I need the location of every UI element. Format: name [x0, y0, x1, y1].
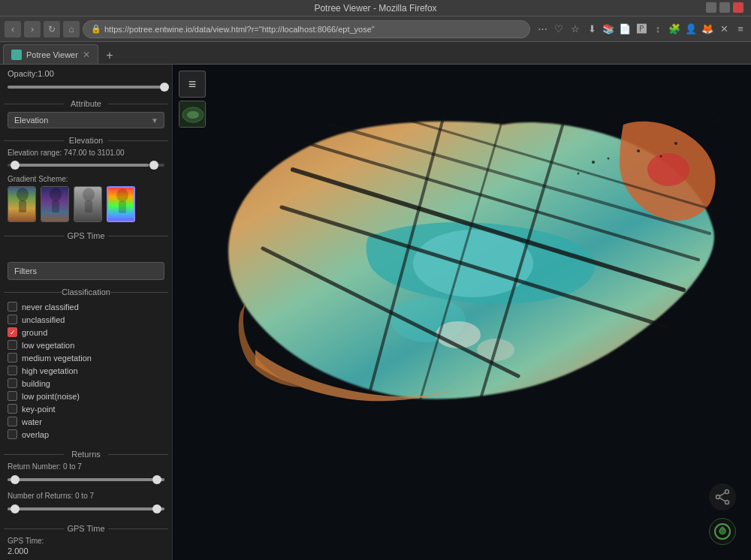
checkbox-unclassified[interactable]: [8, 315, 17, 324]
checkbox-ground[interactable]: [8, 327, 17, 337]
svg-point-37: [728, 128, 729, 129]
checkbox-key-point[interactable]: [8, 404, 17, 414]
svg-rect-2: [19, 200, 26, 212]
forward-button[interactable]: ›: [24, 21, 41, 38]
terrain-visualization: [173, 65, 751, 560]
classification-item-ground: ground: [8, 326, 164, 339]
checkbox-low-point[interactable]: [8, 391, 17, 401]
number-of-returns-thumb-right[interactable]: [152, 504, 161, 513]
checkbox-water[interactable]: [8, 417, 17, 426]
gradient-thumb-2[interactable]: [41, 186, 69, 222]
svg-point-25: [660, 155, 662, 158]
home-button[interactable]: ⌂: [63, 21, 80, 38]
label-unclassified: unclassified: [22, 315, 65, 324]
opacity-slider[interactable]: [8, 81, 164, 93]
label-low-point: low point(noise): [22, 392, 80, 401]
gradient-schemes: [8, 186, 164, 222]
return-number-slider[interactable]: [8, 474, 164, 486]
elevation-slider[interactable]: [8, 160, 164, 170]
svg-line-42: [719, 492, 725, 496]
refresh-button[interactable]: ↻: [44, 21, 60, 38]
browser-toolbar: ‹ › ↻ ⌂ 🔒 https://potree.entwine.io/data…: [0, 17, 751, 42]
checkbox-low-vegetation[interactable]: [8, 340, 17, 350]
toolbar-right-icons: ⋯ ♡ ☆ ⬇ 📚 📄 🅿 ↕ 🧩 👤 🦊 ✕ ≡: [536, 23, 746, 35]
reader-icon[interactable]: 📄: [619, 23, 631, 35]
return-number-thumb-right[interactable]: [152, 475, 161, 484]
gradient-thumb-4[interactable]: [107, 186, 135, 222]
svg-point-26: [674, 142, 677, 145]
svg-rect-5: [52, 200, 59, 212]
heart-icon[interactable]: ♡: [553, 23, 565, 35]
opacity-fill: [8, 86, 164, 89]
svg-point-39: [725, 490, 729, 494]
browser-titlebar: Potree Viewer - Mozilla Firefox: [0, 0, 751, 17]
app-area: Opacity:1.00 Attribute Elevation RGB Int…: [0, 65, 751, 560]
bottom-right-icons: [709, 483, 736, 545]
menu-icon[interactable]: ≡: [734, 23, 746, 35]
returns-header: Returns: [0, 447, 172, 461]
returns-section: Return Number: 0 to 7 Number of Returns:…: [0, 461, 172, 521]
number-of-returns-thumb-left[interactable]: [11, 504, 20, 513]
svg-point-14: [187, 111, 199, 119]
svg-point-28: [697, 129, 700, 132]
checkbox-overlap[interactable]: [8, 429, 17, 439]
elevation-range-label: Elevation range: 747.00 to 3101.00: [8, 149, 164, 157]
checkbox-medium-vegetation[interactable]: [8, 353, 17, 363]
label-medium-vegetation: medium vegetation: [22, 354, 92, 363]
attribute-select[interactable]: Elevation RGB Intensity Classification R…: [8, 112, 164, 128]
compass-button[interactable]: [179, 101, 206, 128]
svg-rect-8: [85, 200, 92, 212]
gps-top-section: [0, 242, 172, 257]
pocket-icon[interactable]: 🅿: [635, 23, 647, 35]
close-icon[interactable]: [733, 2, 743, 13]
firefox-icon[interactable]: 🦊: [701, 23, 713, 35]
sync-icon[interactable]: ↕: [652, 23, 664, 35]
classification-item-never-classified: never classified: [8, 300, 164, 313]
number-of-returns-slider[interactable]: [8, 503, 164, 515]
opacity-thumb[interactable]: [160, 83, 169, 92]
share-icon[interactable]: [709, 483, 736, 510]
svg-point-21: [592, 161, 595, 164]
potree-icon[interactable]: [709, 518, 736, 545]
extensions-icon[interactable]: 🧩: [668, 23, 680, 35]
account-icon[interactable]: 👤: [685, 23, 697, 35]
label-water: water: [22, 417, 42, 426]
back-button[interactable]: ‹: [5, 21, 21, 38]
new-tab-button[interactable]: +: [101, 47, 118, 64]
svg-point-30: [716, 119, 719, 122]
bookmarks-icon[interactable]: ⋯: [536, 23, 548, 35]
checkbox-high-vegetation[interactable]: [8, 366, 17, 375]
label-high-vegetation: high vegetation: [22, 366, 78, 375]
tab-bar: Potree Viewer ✕ +: [0, 42, 751, 65]
minimize-icon[interactable]: [706, 2, 716, 13]
return-number-thumb-left[interactable]: [11, 475, 20, 484]
elevation-thumb-left[interactable]: [11, 161, 20, 170]
checkbox-building[interactable]: [8, 378, 17, 388]
tab-close-btn[interactable]: ✕: [83, 50, 90, 60]
main-viewport[interactable]: ≡: [173, 65, 751, 560]
address-bar[interactable]: 🔒 https://potree.entwine.io/data/view.ht…: [83, 20, 530, 38]
gradient-thumb-1[interactable]: [8, 186, 36, 222]
tab-favicon: [11, 50, 22, 60]
svg-point-36: [724, 122, 726, 125]
svg-point-24: [637, 149, 640, 152]
svg-point-1: [17, 188, 29, 201]
svg-point-7: [83, 188, 95, 201]
tab-potree-viewer[interactable]: Potree Viewer ✕: [3, 44, 98, 64]
close-tab-icon[interactable]: ✕: [718, 23, 730, 35]
svg-point-16: [647, 153, 689, 186]
star-icon[interactable]: ☆: [569, 23, 581, 35]
download-icon[interactable]: ⬇: [586, 23, 598, 35]
checkbox-never-classified[interactable]: [8, 302, 17, 312]
elevation-thumb-right[interactable]: [149, 161, 158, 170]
potree-toolbar: ≡: [179, 71, 206, 128]
menu-toggle-button[interactable]: ≡: [179, 71, 206, 98]
maximize-icon[interactable]: [719, 2, 730, 13]
number-of-returns-fill: [8, 507, 164, 510]
label-overlap: overlap: [22, 430, 49, 439]
svg-point-38: [720, 131, 722, 134]
filters-button[interactable]: Filters: [8, 262, 164, 280]
return-number-track: [8, 478, 164, 481]
gradient-thumb-3[interactable]: [74, 186, 102, 222]
library-icon[interactable]: 📚: [602, 23, 614, 35]
